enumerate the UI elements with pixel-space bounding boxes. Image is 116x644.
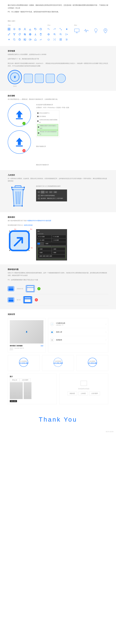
svg-rect-29 [16, 146, 23, 146]
thumb-1[interactable] [10, 382, 23, 399]
pie-icon [18, 38, 21, 41]
steps-card: 📄 计划基本信息G组位第2厂号 › 👥 选择人群› ▦ 选择媒体› [48, 318, 108, 352]
profile-card: 👤 精米图形工程师摄像更多 发布日：未永全提 添加中长 promo [8, 318, 46, 352]
s4-r2: 值得注意的是 [24, 224, 33, 226]
home-icon [34, 38, 37, 41]
plus-icon [8, 38, 10, 41]
svg-rect-48 [27, 286, 34, 292]
media-step-icon: ▦ [50, 338, 54, 342]
col-16: 16px [8, 24, 42, 26]
copy-icon [24, 33, 26, 36]
window-filled-sm2-icon [8, 297, 14, 302]
svg-rect-52 [24, 297, 31, 302]
col-24: 24px [47, 24, 69, 26]
zoom-out-icon [59, 33, 62, 36]
s6-title: 实际应用 [8, 313, 108, 316]
zoom-in-icon [53, 33, 56, 36]
location-icon [103, 28, 108, 34]
scale-row-2: 缩小后 ✕ [8, 294, 108, 306]
svg-point-4 [14, 29, 15, 30]
coin-shape: ¥ [8, 70, 22, 84]
rounded-square-2 [35, 74, 44, 83]
svg-rect-3 [9, 29, 10, 30]
image-icon [24, 38, 26, 41]
metric-2: 市场潜规测算121,816,490 [42, 355, 74, 371]
intro-p2: PS：本人画图标一般都在PS中完成，使用其他软件的同学请自行脑补转换。 [8, 10, 108, 13]
people-step-icon: 👥 [50, 330, 54, 334]
power-icon [47, 38, 50, 41]
scan-icon [53, 38, 56, 41]
s5-title: 图标缩放问题 [8, 268, 108, 270]
svg-point-6 [24, 28, 25, 29]
svg-point-43 [29, 231, 29, 232]
globe-icon [29, 33, 31, 36]
svg-point-44 [9, 250, 10, 251]
step-info[interactable]: 📄 计划基本信息G组位第2厂号 › [50, 320, 106, 328]
upload-btn[interactable]: 上传创意 [78, 392, 88, 395]
video-icon [29, 38, 31, 41]
svg-rect-28 [16, 118, 23, 119]
intro-p1: 最近为新后台系统重新绘制的一套图标，图标绘制的过程看似简单实则非常讲究，尤其是绘… [8, 4, 108, 10]
svg-point-25 [61, 40, 61, 40]
empty-window-icon [81, 381, 87, 386]
s1-d3: 限定比例一般推荐方形或是偶数比例的矩形（比如16x12），图形超过来边这样的情况… [8, 62, 108, 67]
clock-icon [39, 28, 42, 30]
err-badge: ✕ [22, 149, 26, 152]
s2-title: 路径清晰 [8, 95, 108, 97]
filter-icon [13, 33, 16, 36]
doc-step-icon: 📄 [50, 322, 54, 326]
svg-point-36 [24, 187, 25, 188]
window-thick-lg-icon [23, 296, 32, 303]
rounded-square-3 [46, 74, 55, 83]
showcase-title: 图标1:1展示 [8, 20, 108, 22]
scale-row-1: 直接放大后 ✓ [8, 283, 108, 294]
metric-3: 较去级数据121,816,490 [76, 355, 108, 371]
s5-d2: PS：如果需要像素图标可通过不需注意这个问题 [8, 278, 108, 281]
upload-local-btn[interactable]: 本地上传 [10, 378, 19, 382]
s1-title: 形状饱满 [8, 50, 108, 52]
upload-lib-btn[interactable]: 从形式图库 [20, 378, 31, 382]
s4-d2: 双击图形直接可半径大小: [8, 224, 24, 226]
more-link[interactable]: 更多 [41, 345, 43, 347]
search-icon [13, 38, 16, 41]
step-media[interactable]: ▦ 选择媒体› [50, 336, 106, 344]
svg-rect-50 [8, 298, 14, 302]
thumb-2[interactable] [24, 382, 31, 399]
refresh-icon [18, 33, 21, 36]
svg-point-7 [35, 28, 35, 29]
empty-card: 你未选择任何创意 新提创意 上传创意 从形式图库 [59, 374, 108, 404]
svg-point-40 [22, 206, 23, 206]
lib-btn[interactable]: 从形式图库 [89, 392, 100, 395]
rounded-square-1 [24, 74, 33, 83]
pulse-icon [84, 28, 89, 34]
gear-icon [13, 28, 16, 30]
s4-title: 圆角规则 [8, 216, 108, 218]
svg-point-37 [12, 189, 13, 190]
svg-rect-26 [74, 29, 79, 32]
step-audience[interactable]: 👥 选择人群› [50, 328, 106, 336]
undo-icon [47, 28, 50, 30]
ok-icon: ✓ [37, 287, 41, 290]
s1-d2: 如果不限制尺寸一致，图标随意做很容易出现下图 [8, 58, 108, 60]
pref-menu: 所有点击都是中心 显示变换值 启用轻击移动项以变换到需要像素 将栅格化图形与形状… [36, 110, 59, 137]
monitor-icon [74, 28, 80, 34]
image-upload-card: 图片 本地上传 从形式图库 400 x 500 [8, 374, 57, 404]
svg-rect-46 [8, 286, 14, 291]
new-btn[interactable]: 新提创意 [67, 392, 77, 395]
col-48: 48px [74, 24, 108, 26]
s4-rule: 内圆角的半径=外圆角的半径-线的宽度 [27, 220, 51, 221]
chart-icon [29, 28, 31, 30]
bulb-icon [93, 28, 99, 34]
profile-image: 👤 [10, 320, 43, 344]
circle-shape [57, 74, 66, 83]
trash-icon [39, 33, 42, 36]
upload-sharp-icon [13, 109, 25, 121]
ps-properties-panel: 属性 实时形状属性 W: 214 像素H: 195 像素 X: 291 像素Y:… [36, 229, 67, 260]
redo-icon [53, 28, 56, 30]
note-1: 在首选项中设置清晰相对齐 [36, 103, 108, 106]
svg-point-39 [13, 206, 14, 206]
tag-icon [34, 28, 37, 30]
watermark: 图109 就灵网 [0, 431, 116, 432]
svg-point-42 [9, 231, 10, 232]
download-icon [34, 33, 37, 36]
